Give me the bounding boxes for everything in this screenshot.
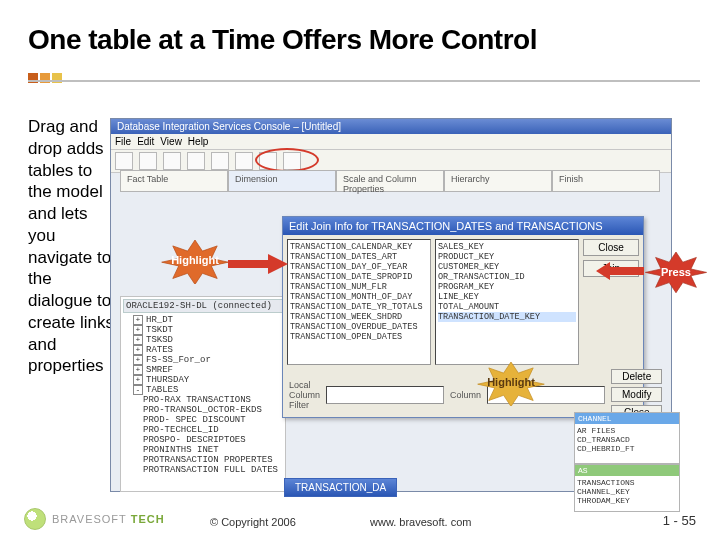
toolbar-button[interactable] bbox=[139, 152, 157, 170]
svg-marker-3 bbox=[596, 262, 644, 280]
wizard-step[interactable]: Finish bbox=[552, 170, 660, 192]
list-item[interactable]: TRANSACTION_DAY_OF_YEAR bbox=[290, 262, 428, 272]
list-item[interactable]: TRANSACTION_OPEN_DATES bbox=[290, 332, 428, 342]
floating-table-label[interactable]: TRANSACTION_DA bbox=[284, 478, 397, 497]
slide-title: One table at a Time Offers More Control bbox=[28, 24, 537, 56]
panel-row: CD_TRANSACD bbox=[577, 435, 677, 444]
tree-node[interactable]: +SMREF bbox=[123, 365, 283, 375]
list-item-selected[interactable]: TRANSACTION_DATE_KEY bbox=[438, 312, 576, 322]
list-item[interactable]: TRANSACTION_DATE_YR_TOTALS bbox=[290, 302, 428, 312]
list-item[interactable]: TRANSACTION_NUM_FLR bbox=[290, 282, 428, 292]
body-text: Drag and drop adds tables to the model a… bbox=[28, 116, 118, 377]
divider bbox=[28, 80, 700, 82]
red-circle-annotation bbox=[255, 148, 319, 172]
tree-subnode[interactable]: PROD- SPEC DISCOUNT bbox=[123, 415, 283, 425]
wizard-step-selected[interactable]: Dimension bbox=[228, 170, 336, 192]
svg-marker-1 bbox=[228, 254, 288, 274]
tree-node[interactable]: +THURSDAY bbox=[123, 375, 283, 385]
wizard-step[interactable]: Scale and Column Properties bbox=[336, 170, 444, 192]
list-item[interactable]: PRODUCT_KEY bbox=[438, 252, 576, 262]
dialog-title: Edit Join Info for TRANSACTION_DATES and… bbox=[283, 217, 643, 235]
delete-button[interactable]: Delete bbox=[611, 369, 662, 384]
toolbar-button[interactable] bbox=[163, 152, 181, 170]
modify-button[interactable]: Modify bbox=[611, 387, 662, 402]
copyright: © Copyright 2006 bbox=[210, 516, 296, 528]
menu-item[interactable]: Help bbox=[188, 136, 209, 147]
tree-subnode[interactable]: PRONINTHS INET bbox=[123, 445, 283, 455]
tree-node[interactable]: +HR_DT bbox=[123, 315, 283, 325]
wizard-steps: Fact Table Dimension Scale and Column Pr… bbox=[120, 170, 660, 192]
tree-node[interactable]: +TSKSD bbox=[123, 335, 283, 345]
menu-item[interactable]: View bbox=[160, 136, 182, 147]
dialog-button-column: Close Join bbox=[583, 239, 639, 365]
highlight-callout: Highlight bbox=[474, 362, 548, 402]
tree-subnode[interactable]: PROTRANSACTION PROPERTES bbox=[123, 455, 283, 465]
list-item[interactable]: OR_TRANSACTION_ID bbox=[438, 272, 576, 282]
filter-label: Local Column Filter bbox=[289, 380, 320, 410]
press-callout: Press bbox=[642, 252, 710, 292]
edit-join-dialog: Edit Join Info for TRANSACTION_DATES and… bbox=[282, 216, 644, 418]
right-columns-list[interactable]: SALES_KEY PRODUCT_KEY CUSTOMER_KEY OR_TR… bbox=[435, 239, 579, 365]
wizard-step[interactable]: Fact Table bbox=[120, 170, 228, 192]
tree-subnode[interactable]: PRO-RAX TRANSACTIONS bbox=[123, 395, 283, 405]
filter-input[interactable] bbox=[326, 386, 444, 404]
list-item[interactable]: TRANSACTION_DATES_ART bbox=[290, 252, 428, 262]
list-item[interactable]: TRANSACTION_OVERDUE_DATES bbox=[290, 322, 428, 332]
menu-item[interactable]: File bbox=[115, 136, 131, 147]
list-item[interactable]: TRANSACTION_WEEK_SHDRD bbox=[290, 312, 428, 322]
right-panel: CHANNEL AR FILES CD_TRANSACD CD_HEBRID_F… bbox=[574, 412, 680, 464]
logo-text: BRAVESOFT TECH bbox=[52, 513, 165, 525]
title-rule bbox=[28, 66, 700, 86]
tree-subnode[interactable]: PRO-TRANSOL_OCTOR-EKDS bbox=[123, 405, 283, 415]
tree-node[interactable]: +RATES bbox=[123, 345, 283, 355]
list-item[interactable]: LINE_KEY bbox=[438, 292, 576, 302]
right-panel: AS TRANSACTIONS CHANNEL_KEY THRODAM_KEY bbox=[574, 464, 680, 512]
arrow-right-icon bbox=[228, 254, 288, 274]
highlight-callout: Highlight bbox=[158, 240, 232, 280]
panel-row: TRANSACTIONS bbox=[577, 478, 677, 487]
tree-subnode[interactable]: PROTRANSACTION FULL DATES bbox=[123, 465, 283, 475]
panel-row: CHANNEL_KEY bbox=[577, 487, 677, 496]
list-item[interactable]: SALES_KEY bbox=[438, 242, 576, 252]
footer-url: www. bravesoft. com bbox=[370, 516, 471, 528]
tree-header: ORACLE192-SH-DL (connected) bbox=[123, 299, 283, 313]
tree-node[interactable]: +TSKDT bbox=[123, 325, 283, 335]
close-button[interactable]: Close bbox=[583, 239, 639, 256]
app-menubar: File Edit View Help bbox=[111, 134, 671, 150]
schema-tree[interactable]: ORACLE192-SH-DL (connected) +HR_DT +TSKD… bbox=[120, 296, 286, 492]
panel-header: CHANNEL bbox=[575, 413, 679, 424]
logo: BRAVESOFT TECH bbox=[24, 508, 165, 530]
list-item[interactable]: TRANSACTION_DATE_SPROPID bbox=[290, 272, 428, 282]
toolbar-button[interactable] bbox=[187, 152, 205, 170]
panel-row: AR FILES bbox=[577, 426, 677, 435]
app-titlebar: Database Integration Services Console – … bbox=[111, 119, 671, 134]
logo-mark-icon bbox=[24, 508, 46, 530]
panel-row: THRODAM_KEY bbox=[577, 496, 677, 505]
list-item[interactable]: TOTAL_AMOUNT bbox=[438, 302, 576, 312]
tree-subnode[interactable]: PROSPO- DESCRIPTOES bbox=[123, 435, 283, 445]
left-columns-list[interactable]: TRANSACTION_CALENDAR_KEY TRANSACTION_DAT… bbox=[287, 239, 431, 365]
tree-node[interactable]: +FS-SS_For_or bbox=[123, 355, 283, 365]
tree-node[interactable]: -TABLES bbox=[123, 385, 283, 395]
list-item[interactable]: TRANSACTION_MONTH_OF_DAY bbox=[290, 292, 428, 302]
arrow-left-icon bbox=[596, 262, 644, 280]
toolbar-button[interactable] bbox=[211, 152, 229, 170]
panel-header: AS bbox=[575, 465, 679, 476]
toolbar-button[interactable] bbox=[235, 152, 253, 170]
toolbar-button[interactable] bbox=[115, 152, 133, 170]
page-number: 1 - 55 bbox=[663, 513, 696, 528]
panel-row: CD_HEBRID_FT bbox=[577, 444, 677, 453]
wizard-step[interactable]: Hierarchy bbox=[444, 170, 552, 192]
list-item[interactable]: PROGRAM_KEY bbox=[438, 282, 576, 292]
tree-subnode[interactable]: PRO-TECHCEL_ID bbox=[123, 425, 283, 435]
list-item[interactable]: CUSTOMER_KEY bbox=[438, 262, 576, 272]
menu-item[interactable]: Edit bbox=[137, 136, 154, 147]
list-item[interactable]: TRANSACTION_CALENDAR_KEY bbox=[290, 242, 428, 252]
